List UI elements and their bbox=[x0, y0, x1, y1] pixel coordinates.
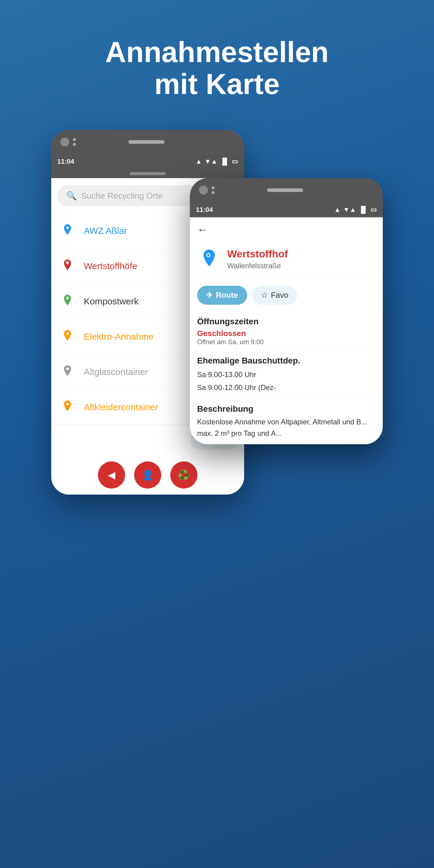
page-background: Annahmestellen mit Karte 11:04 bbox=[0, 0, 434, 495]
elektro-label: Elektro-Annahme bbox=[84, 332, 154, 342]
description-section: Beschreibung Kostenlose Annahme von Altp… bbox=[190, 399, 383, 444]
altglas-icon bbox=[59, 363, 76, 381]
facility-icon: ♻ bbox=[197, 248, 221, 272]
fab-recycle-button[interactable]: ♻️ bbox=[170, 461, 197, 489]
camera-area-front bbox=[199, 186, 215, 195]
altkleider-icon bbox=[59, 398, 76, 416]
phone-top-hardware bbox=[51, 130, 244, 154]
wertstoff-icon: ♻ bbox=[59, 257, 76, 275]
hours-row2: Sa 9.00-12.00 Uhr (Dez- bbox=[197, 381, 375, 394]
status-closed: Geschlossen bbox=[197, 329, 375, 338]
camera-circle bbox=[60, 137, 69, 147]
phones-container: 11:04 ▲ ▼▲ ▐▌ ▭ 🔍 Suche Recycling O bbox=[0, 118, 434, 495]
favorite-button[interactable]: ☆ Favo bbox=[252, 286, 298, 305]
opening-times-title: Öffnungszeiten bbox=[197, 317, 375, 327]
time-back: 11:04 bbox=[57, 158, 74, 165]
notch-back bbox=[51, 169, 244, 178]
wifi-icon-front: ▼▲ bbox=[343, 206, 356, 214]
signal-icon: ▐▌ bbox=[220, 158, 229, 165]
awz-label: AWZ Aßlar bbox=[84, 226, 127, 236]
signal-icon-front: ▐▌ bbox=[359, 206, 368, 214]
detail-header: ← bbox=[190, 217, 383, 242]
route-button-label: Route bbox=[216, 290, 238, 300]
recycle-icon: ♻️ bbox=[178, 469, 190, 481]
action-buttons: ✈ Route ☆ Favo bbox=[190, 278, 383, 312]
status-bar-back: 11:04 ▲ ▼▲ ▐▌ ▭ bbox=[51, 154, 244, 169]
altkleider-label: Altkleidercontainer bbox=[84, 402, 158, 412]
person-icon: 👤 bbox=[142, 469, 154, 481]
facility-name: Wertstoffhof bbox=[227, 248, 288, 260]
fab-nav-icon[interactable]: ◀ bbox=[98, 461, 125, 489]
kompost-icon bbox=[59, 292, 76, 310]
facility-title-area: ♻ Wertstoffhof Wallenfelsstraße bbox=[190, 242, 383, 278]
svg-text:♻: ♻ bbox=[66, 260, 69, 264]
search-icon: 🔍 bbox=[66, 191, 77, 201]
search-placeholder: Suche Recycling Orte bbox=[81, 191, 163, 201]
elektro-icon bbox=[59, 328, 76, 346]
description-title: Beschreibung bbox=[197, 404, 375, 414]
fab-row: ◀ 👤 ♻️ bbox=[51, 456, 244, 495]
speaker-front bbox=[267, 188, 303, 192]
hours-section-title: Ehemalige Bauschuttdep. bbox=[197, 356, 375, 366]
notification-icon: ▲ bbox=[195, 158, 202, 165]
svg-text:♻: ♻ bbox=[206, 252, 211, 258]
wifi-icon: ▼▲ bbox=[204, 158, 218, 165]
camera-front bbox=[199, 186, 208, 195]
sensor-dots bbox=[73, 138, 76, 146]
status-icons-back: ▲ ▼▲ ▐▌ ▭ bbox=[195, 158, 238, 165]
altglas-label: Altglascontainer bbox=[84, 367, 148, 377]
route-button[interactable]: ✈ Route bbox=[197, 286, 247, 305]
navigate-icon: ✈ bbox=[206, 290, 213, 300]
page-title-area: Annahmestellen mit Karte bbox=[0, 0, 434, 118]
facility-info: Wertstoffhof Wallenfelsstraße bbox=[227, 248, 288, 270]
awz-icon bbox=[59, 222, 76, 240]
description-text: Kostenlose Annahme von Altpapier, Altmet… bbox=[197, 416, 375, 439]
page-title: Annahmestellen mit Karte bbox=[24, 36, 410, 100]
status-icons-front: ▲ ▼▲ ▐▌ ▭ bbox=[334, 206, 377, 214]
fav-button-label: Favo bbox=[271, 290, 288, 300]
notch-handle-back bbox=[130, 172, 166, 175]
hours-row1: Sa 9.00-13.00 Uhr bbox=[197, 368, 375, 381]
battery-icon: ▭ bbox=[232, 158, 238, 165]
status-bar-front: 11:04 ▲ ▼▲ ▐▌ ▭ bbox=[190, 202, 383, 217]
hours-section: Ehemalige Bauschuttdep. Sa 9.00-13.00 Uh… bbox=[190, 351, 383, 399]
phone-front-content: ← ♻ Wertstoffhof Wallenfelsstraße bbox=[190, 217, 383, 444]
back-button[interactable]: ← bbox=[197, 223, 208, 236]
nav-chevron-left-icon: ◀ bbox=[108, 469, 116, 481]
phone-front: 11:04 ▲ ▼▲ ▐▌ ▭ ← bbox=[190, 178, 383, 444]
star-icon: ☆ bbox=[261, 290, 268, 300]
notification-icon-front: ▲ bbox=[334, 206, 341, 214]
phone-top-hardware-front bbox=[190, 178, 383, 202]
battery-icon-front: ▭ bbox=[370, 206, 377, 214]
speaker bbox=[128, 140, 164, 144]
wertstoff-label: Wertstoffhöfe bbox=[84, 261, 137, 271]
sensor-dots-front bbox=[212, 186, 215, 194]
fab-user-button[interactable]: 👤 bbox=[134, 461, 161, 489]
opening-times-section: Öffnungszeiten Geschlossen Öffnet am Sa.… bbox=[190, 312, 383, 351]
status-next: Öffnet am Sa. um 9:00 bbox=[197, 338, 375, 346]
time-front: 11:04 bbox=[196, 206, 213, 214]
facility-address: Wallenfelsstraße bbox=[227, 261, 288, 270]
kompost-label: Kompostwerk bbox=[84, 296, 138, 307]
svg-point-1 bbox=[67, 403, 68, 405]
camera-area bbox=[60, 137, 76, 147]
